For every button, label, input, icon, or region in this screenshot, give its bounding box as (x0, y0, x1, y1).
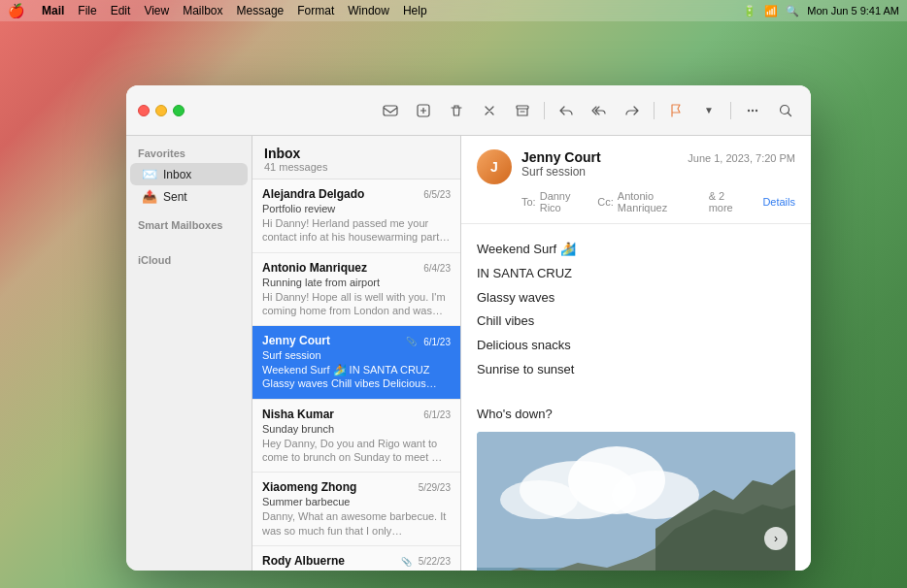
avatar-initials: J (490, 159, 498, 175)
get-mail-icon[interactable] (377, 97, 404, 124)
reply-icon[interactable] (553, 97, 580, 124)
more-actions-icon[interactable] (739, 97, 766, 124)
message-subject: Sunday brunch (262, 423, 451, 435)
body-line-7: Who's down? (477, 405, 795, 425)
email-meta: Jenny Court June 1, 2023, 7:20 PM Surf s… (521, 149, 795, 179)
traffic-lights (138, 105, 185, 116)
message-preview: Hey Danny, Do you and Rigo want to come … (262, 437, 451, 465)
mailbox-menu[interactable]: Mailbox (183, 4, 222, 17)
to-label: To: (521, 196, 536, 208)
app-name-menu[interactable]: Mail (42, 4, 64, 17)
message-date: 5/29/23 (419, 482, 451, 493)
format-menu[interactable]: Format (297, 4, 334, 17)
more-recipients: & 2 more (709, 190, 752, 213)
sent-icon: 📤 (142, 189, 157, 204)
smart-mailboxes-label: Smart Mailboxes (126, 219, 252, 235)
message-item-selected[interactable]: Jenny Court 📎 6/1/23 Surf session Weeken… (252, 326, 460, 400)
flag-dropdown-icon[interactable]: ▼ (695, 97, 722, 124)
cc-recipient: Antonio Manriquez (618, 190, 705, 213)
body-line-2: IN SANTA CRUZ (477, 264, 795, 284)
svg-rect-0 (384, 106, 397, 115)
svg-rect-2 (517, 106, 528, 109)
wifi-icon: 📶 (764, 5, 778, 17)
edit-menu[interactable]: Edit (111, 4, 131, 17)
email-detail: J Jenny Court June 1, 2023, 7:20 PM Surf… (461, 136, 811, 571)
message-sender: Alejandra Delgado (262, 187, 420, 201)
email-recipients: To: Danny Rico Cc: Antonio Manriquez & 2… (521, 190, 795, 213)
flag-icon[interactable] (662, 97, 689, 124)
message-date: 6/1/23 (423, 409, 451, 420)
sidebar-sent-label: Sent (163, 190, 187, 204)
message-list-header: Inbox 41 messages (252, 136, 460, 180)
message-subject: Baking workshop (262, 570, 451, 571)
message-item[interactable]: Nisha Kumar 6/1/23 Sunday brunch Hey Dan… (252, 400, 460, 474)
message-menu[interactable]: Message (237, 4, 285, 17)
svg-point-3 (748, 109, 750, 111)
trash-icon[interactable] (443, 97, 470, 124)
search-icon[interactable] (772, 97, 799, 124)
mail-window: ▼ Favorites ✉️ Inbox 📤 Sent Smart Mailbo… (126, 85, 811, 571)
body-line-1: Weekend Surf 🏄 (477, 240, 795, 260)
message-item[interactable]: Alejandra Delgado 6/5/23 Portfolio revie… (252, 180, 460, 253)
avatar: J (477, 149, 512, 184)
message-date: 6/1/23 (423, 337, 451, 347)
email-date: June 1, 2023, 7:20 PM (688, 152, 795, 164)
inbox-title: Inbox (264, 146, 449, 161)
forward-icon[interactable] (619, 97, 646, 124)
to-recipient: Danny Rico (540, 190, 594, 213)
details-link[interactable]: Details (762, 196, 795, 208)
body-line-5: Delicious snacks (477, 336, 795, 356)
menu-bar: 🍎 Mail File Edit View Mailbox Message Fo… (0, 0, 907, 21)
svg-point-4 (752, 109, 754, 111)
message-sender: Xiaomeng Zhong (262, 480, 415, 494)
sidebar-item-sent[interactable]: 📤 Sent (130, 185, 248, 208)
content-area: Favorites ✉️ Inbox 📤 Sent Smart Mailboxe… (126, 136, 811, 571)
message-preview: Danny, What an awesome barbecue. It was … (262, 509, 451, 538)
message-item[interactable]: Rody Albuerne 📎 5/22/23 Baking workshop … (252, 546, 460, 571)
body-line-3: Glassy waves (477, 288, 795, 309)
search-menubar-icon[interactable]: 🔍 (786, 5, 799, 17)
favorites-label: Favorites (126, 147, 252, 163)
message-preview: Hi Danny! Hope all is well with you. I'm… (262, 290, 451, 318)
apple-menu[interactable]: 🍎 (8, 3, 24, 18)
message-date: 6/5/23 (423, 189, 451, 200)
message-item[interactable]: Xiaomeng Zhong 5/29/23 Summer barbecue D… (252, 473, 460, 546)
reply-all-icon[interactable] (586, 97, 613, 124)
svg-point-10 (500, 480, 578, 519)
file-menu[interactable]: File (78, 4, 96, 17)
view-menu[interactable]: View (144, 4, 169, 17)
delete-icon[interactable] (476, 97, 503, 124)
menu-bar-right: 🔋 📶 🔍 Mon Jun 5 9:41 AM (743, 5, 899, 17)
sidebar-item-inbox[interactable]: ✉️ Inbox (130, 163, 248, 185)
close-button[interactable] (138, 105, 150, 116)
cc-label: Cc: (597, 196, 614, 208)
message-sender: Nisha Kumar (262, 408, 420, 421)
body-line-4: Chill vibes (477, 311, 795, 332)
message-sender: Jenny Court (262, 334, 406, 347)
email-header-top: J Jenny Court June 1, 2023, 7:20 PM Surf… (477, 149, 795, 184)
message-subject: Portfolio review (262, 203, 451, 214)
battery-icon: 🔋 (743, 5, 756, 17)
minimize-button[interactable] (155, 105, 167, 116)
archive-icon[interactable] (509, 97, 536, 124)
email-subject: Surf session (521, 165, 795, 179)
icloud-label: iCloud (126, 246, 252, 270)
message-preview: Hi Danny! Herland passed me your contact… (262, 216, 451, 245)
svg-point-5 (756, 109, 757, 111)
attachment-icon: 📎 (406, 337, 417, 346)
datetime-display: Mon Jun 5 9:41 AM (807, 5, 899, 16)
image-nav-forward[interactable]: › (764, 527, 788, 550)
email-header: J Jenny Court June 1, 2023, 7:20 PM Surf… (461, 136, 811, 224)
message-list: Inbox 41 messages Alejandra Delgado 6/5/… (252, 136, 461, 571)
message-subject: Running late from airport (262, 277, 451, 288)
window-menu[interactable]: Window (348, 4, 389, 17)
inbox-count: 41 messages (264, 161, 449, 173)
body-line-6: Sunrise to sunset (477, 360, 795, 380)
toolbar: ▼ (126, 85, 811, 136)
compose-icon[interactable] (410, 97, 437, 124)
help-menu[interactable]: Help (403, 4, 427, 17)
attachment-icon: 📎 (401, 557, 412, 567)
message-subject: Surf session (262, 349, 451, 361)
fullscreen-button[interactable] (173, 105, 185, 116)
message-item[interactable]: Antonio Manriquez 6/4/23 Running late fr… (252, 253, 460, 327)
